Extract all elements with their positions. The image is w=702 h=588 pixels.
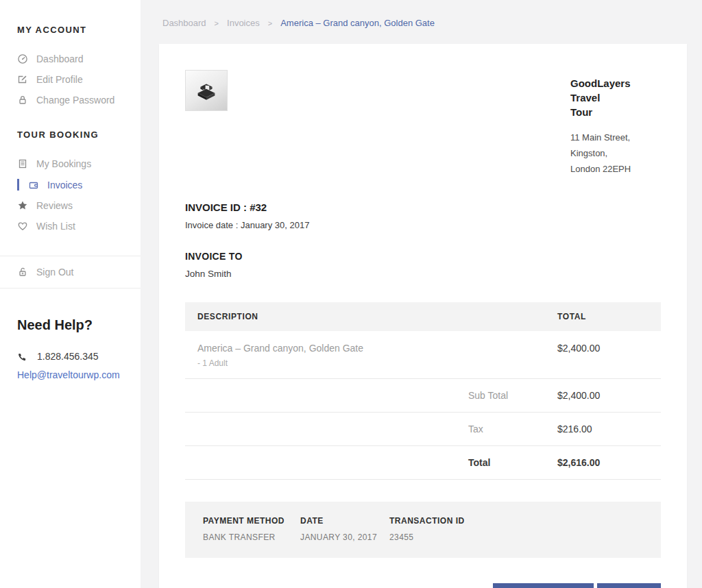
- line-item-detail: - 1 Adult: [197, 358, 557, 368]
- transaction-id-column: TRANSACTION ID 23455: [389, 516, 643, 542]
- sidebar-item-wish-list[interactable]: Wish List: [0, 216, 141, 236]
- need-help-heading: Need Help?: [17, 317, 123, 333]
- company-address: 11 Main Street, Kingston, London 22EPH: [570, 130, 661, 177]
- active-indicator-bar: [17, 179, 19, 191]
- sidebar-item-dashboard[interactable]: Dashboard: [0, 49, 141, 69]
- total-label: Total: [468, 457, 557, 468]
- sign-out-section: Sign Out: [0, 256, 141, 289]
- subtotal-value: $2,400.00: [557, 390, 649, 401]
- sidebar-item-reviews[interactable]: Reviews: [0, 195, 141, 216]
- invoice-to-heading: INVOICE TO: [185, 251, 661, 262]
- column-header-description: DESCRIPTION: [197, 312, 557, 321]
- help-phone-row: 1.828.456.345: [17, 351, 123, 362]
- tax-row: Tax $216.00: [185, 413, 661, 446]
- sidebar-item-my-bookings[interactable]: My Bookings: [0, 154, 141, 174]
- tax-label: Tax: [468, 424, 557, 434]
- total-row: Total $2,616.00: [185, 446, 661, 480]
- transaction-id-value: 23455: [389, 532, 643, 542]
- breadcrumb-invoices[interactable]: Invoices: [227, 18, 260, 28]
- heart-icon: [17, 221, 28, 232]
- breadcrumb-current-page: America – Grand canyon, Golden Gate: [280, 18, 435, 28]
- sidebar-item-label: Reviews: [36, 200, 73, 211]
- sidebar-item-label: Edit Profile: [36, 74, 83, 85]
- line-item-total: $2,400.00: [557, 343, 649, 354]
- my-account-menu: Dashboard Edit Profile Change Password: [0, 49, 141, 110]
- sidebar-item-label: Change Password: [36, 95, 114, 106]
- sidebar-item-label: Sign Out: [36, 267, 73, 278]
- invoice-table-header: DESCRIPTION TOTAL: [185, 302, 661, 331]
- phone-icon: [17, 352, 27, 362]
- invoice-actions: MAKE A PAYMENT PRINT: [185, 583, 661, 588]
- invoice-date: Invoice date : January 30, 2017: [185, 220, 661, 230]
- payment-method-column: PAYMENT METHOD BANK TRANSFER: [203, 516, 300, 542]
- payment-info-box: PAYMENT METHOD BANK TRANSFER DATE JANUAR…: [185, 502, 661, 558]
- my-account-heading: MY ACCOUNT: [17, 25, 141, 35]
- tax-value: $216.00: [557, 424, 649, 434]
- edit-icon: [17, 74, 28, 85]
- sidebar-item-invoices[interactable]: Invoices: [0, 174, 141, 195]
- account-sidebar: MY ACCOUNT Dashboard Edit Profile: [0, 0, 141, 588]
- sidebar-item-change-password[interactable]: Change Password: [0, 90, 141, 110]
- sidebar-item-edit-profile[interactable]: Edit Profile: [0, 69, 141, 90]
- breadcrumb-separator: >: [215, 19, 219, 27]
- table-row: America – Grand canyon, Golden Gate - 1 …: [185, 331, 661, 379]
- total-value: $2,616.00: [557, 457, 649, 468]
- breadcrumb: Dashboard > Invoices > America – Grand c…: [159, 18, 687, 28]
- payment-method-value: BANK TRANSFER: [203, 532, 300, 542]
- company-name: GoodLayers Travel Tour: [570, 76, 661, 119]
- dashboard-icon: [17, 53, 28, 64]
- invoice-header: GoodLayers Travel Tour 11 Main Street, K…: [185, 70, 661, 177]
- line-item-description: America – Grand canyon, Golden Gate - 1 …: [197, 343, 557, 368]
- subtotal-row: Sub Total $2,400.00: [185, 379, 661, 413]
- invoice-card: GoodLayers Travel Tour 11 Main Street, K…: [159, 44, 687, 588]
- sidebar-item-sign-out[interactable]: Sign Out: [0, 264, 141, 280]
- tour-booking-heading: TOUR BOOKING: [17, 130, 141, 140]
- tour-booking-menu: My Bookings Invoices Reviews: [0, 154, 141, 236]
- subtotal-label: Sub Total: [468, 390, 557, 401]
- line-item-title: America – Grand canyon, Golden Gate: [197, 343, 557, 354]
- help-phone-number: 1.828.456.345: [37, 351, 99, 362]
- lock-icon: [17, 95, 28, 106]
- column-header-total: TOTAL: [557, 312, 649, 321]
- bookings-icon: [17, 158, 28, 169]
- company-info: GoodLayers Travel Tour 11 Main Street, K…: [570, 70, 661, 177]
- make-a-payment-button[interactable]: MAKE A PAYMENT: [493, 583, 594, 588]
- sidebar-item-label: Dashboard: [36, 53, 84, 64]
- star-icon: [17, 200, 28, 211]
- goodlayers-logo-icon: [193, 77, 220, 103]
- print-button[interactable]: PRINT: [597, 583, 662, 588]
- help-email-link[interactable]: Help@traveltourwp.com: [17, 369, 120, 380]
- sidebar-item-label: My Bookings: [36, 158, 91, 169]
- sign-out-unlock-icon: [17, 267, 28, 278]
- breadcrumb-dashboard[interactable]: Dashboard: [162, 18, 206, 28]
- invoice-to-name: John Smith: [185, 269, 661, 279]
- payment-date-label: DATE: [300, 516, 389, 526]
- main-content: Dashboard > Invoices > America – Grand c…: [141, 0, 702, 588]
- breadcrumb-separator: >: [268, 19, 272, 27]
- sidebar-item-label: Wish List: [36, 221, 75, 232]
- need-help-section: Need Help? 1.828.456.345 Help@traveltour…: [0, 289, 141, 381]
- sidebar-item-label: Invoices: [47, 180, 82, 191]
- payment-method-label: PAYMENT METHOD: [203, 516, 300, 526]
- invoice-id: INVOICE ID : #32: [185, 201, 661, 213]
- invoice-icon: [28, 180, 39, 191]
- payment-date-column: DATE JANUARY 30, 2017: [300, 516, 389, 542]
- invoice-table: DESCRIPTION TOTAL America – Grand canyon…: [185, 302, 661, 480]
- payment-date-value: JANUARY 30, 2017: [300, 532, 389, 542]
- transaction-id-label: TRANSACTION ID: [389, 516, 643, 526]
- company-logo: [185, 70, 228, 111]
